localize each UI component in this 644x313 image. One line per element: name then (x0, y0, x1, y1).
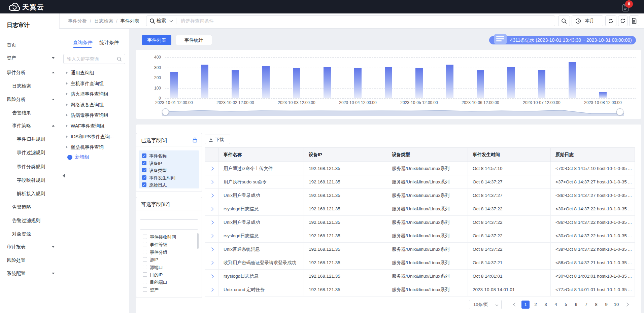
optional-field-row[interactable]: 事件分组 (140, 248, 200, 255)
sidebar-item[interactable]: 告警策略 (0, 204, 59, 210)
query-group-item[interactable]: 通用查询组 (59, 68, 129, 78)
checkbox-unchecked[interactable] (143, 235, 147, 239)
sidebar-item[interactable]: 事件策略 (0, 122, 59, 129)
add-group-button[interactable]: +新增组 (67, 154, 89, 161)
time-range-button[interactable]: 本月 (572, 15, 603, 26)
breadcrumb-item[interactable]: 日志检索 (94, 18, 113, 24)
table-row[interactable]: 用户通过rz命令上传文件192.168.121.35服务器/Unix&linux… (205, 162, 635, 175)
sidebar-item[interactable]: 系统配置 (0, 270, 59, 277)
expand-row-icon[interactable] (210, 261, 213, 265)
table-row[interactable]: 用户执行sudo su命令192.168.121.35服务器/Unix&linu… (205, 175, 635, 189)
page-number-button[interactable]: 10 (612, 301, 620, 309)
query-group-item[interactable]: WAF事件查询组 (59, 121, 129, 131)
optional-field-row[interactable]: 事件等级 (140, 241, 200, 248)
query-group-item[interactable]: 防火墙事件查询组 (59, 89, 129, 99)
checkbox-unchecked[interactable] (143, 280, 147, 284)
table-row[interactable]: rsyslogd日志信息192.168.121.35服务器/Unix&linux… (205, 202, 635, 216)
keyword-search-input[interactable]: 输入关键字查询 (63, 54, 125, 64)
optional-field-row[interactable]: 源端口 (140, 264, 200, 271)
query-group-item[interactable]: IDS和IPS事件查询... (59, 132, 129, 142)
expand-row-icon[interactable] (210, 220, 213, 224)
page-number-button[interactable]: 8 (592, 301, 600, 309)
sidebar-item[interactable]: 事件分类规则 (0, 163, 59, 170)
event-list-button[interactable]: 事件列表 (142, 35, 171, 45)
table-row[interactable]: rsyslogd日志信息192.168.121.35服务器/Unix&linux… (205, 229, 635, 243)
expand-row-icon[interactable] (210, 167, 213, 170)
query-group-item[interactable]: 网络设备查询组 (59, 100, 129, 110)
table-row[interactable]: Unix普通系统消息192.168.121.35服务器/Unix&linux/L… (205, 243, 635, 256)
checkbox-checked[interactable] (142, 182, 146, 187)
breadcrumb-item[interactable]: 事件分析 (68, 18, 87, 24)
checkbox-checked[interactable] (142, 168, 146, 172)
notification-button[interactable]: 0 (621, 3, 631, 13)
page-number-button[interactable]: 6 (572, 301, 580, 309)
selected-field-row[interactable]: 设备类型 (139, 167, 199, 174)
checkbox-checked[interactable] (142, 153, 146, 158)
sidebar-item[interactable]: 日志检索 (0, 82, 59, 89)
lock-icon[interactable] (193, 137, 197, 143)
page-size-select[interactable]: 10条/页 (469, 300, 502, 309)
query-search-bar[interactable]: 检索 请选择查询条件 (146, 15, 555, 26)
expand-row-icon[interactable] (210, 274, 213, 278)
next-page-button[interactable] (625, 303, 629, 306)
table-row[interactable]: 收到用户密码验证登录请求登录成功192.168.121.35服务器/Unix&l… (205, 256, 635, 270)
checkbox-unchecked[interactable] (143, 242, 147, 246)
search-button[interactable] (558, 15, 570, 26)
download-button[interactable]: 下载 (205, 135, 230, 144)
prev-page-button[interactable] (513, 303, 517, 306)
expand-row-icon[interactable] (210, 247, 213, 251)
query-group-item[interactable]: 堡垒机事件查询 (59, 142, 129, 152)
page-number-button[interactable]: 5 (562, 301, 570, 309)
optional-field-row[interactable]: 源IP (140, 256, 200, 263)
selected-field-row[interactable]: 原始日志 (139, 181, 199, 188)
checkbox-unchecked[interactable] (143, 257, 147, 262)
query-group-item[interactable]: 主机事件查询组 (59, 78, 129, 89)
selected-field-row[interactable]: 事件名称 (139, 152, 199, 159)
expand-row-icon[interactable] (210, 207, 213, 211)
sidebar-item[interactable]: 事件归并规则 (0, 136, 59, 142)
table-row[interactable]: rsyslogd日志信息192.168.121.35服务器/Unix&linux… (205, 270, 635, 283)
zoom-handle-left[interactable] (162, 108, 169, 115)
zoom-handle-right[interactable] (616, 108, 623, 115)
refresh-button[interactable] (605, 15, 616, 26)
sidebar-item[interactable]: 字段映射规则 (0, 177, 59, 183)
page-number-button[interactable]: 3 (542, 301, 550, 309)
checkbox-unchecked[interactable] (143, 272, 147, 277)
table-row[interactable]: Unix crond 定时任务192.168.121.35服务器/Unix&li… (205, 283, 635, 297)
checkbox-checked[interactable] (142, 175, 146, 180)
selected-field-row[interactable]: 事件发生时间 (139, 174, 199, 181)
table-row[interactable]: Unix用户登录成功192.168.121.35服务器/Unix&linux/L… (205, 189, 635, 202)
collapse-panel-handle[interactable] (63, 174, 65, 178)
tab-statistics-conditions[interactable]: 统计条件 (99, 39, 119, 46)
scrollbar-thumb[interactable] (197, 233, 199, 249)
sidebar-item[interactable]: 首页 (0, 41, 59, 48)
optional-field-row[interactable]: 事件接收时间 (140, 233, 200, 240)
search-mode-label[interactable]: 检索 (157, 18, 166, 24)
sidebar-item[interactable]: 告警过滤规则 (0, 217, 59, 224)
selected-field-row[interactable]: 设备IP (139, 160, 199, 167)
sidebar-item[interactable]: 风险处置 (0, 257, 59, 264)
page-number-button[interactable]: 4 (552, 301, 560, 309)
optional-field-row[interactable]: 目的IP (140, 271, 200, 278)
page-number-button[interactable]: 2 (532, 301, 540, 309)
sidebar-item[interactable]: 资产 (0, 55, 59, 61)
reload-button[interactable] (618, 15, 628, 26)
checkbox-checked[interactable] (142, 161, 146, 165)
sidebar-item[interactable]: 审计报表 (0, 243, 59, 250)
expand-row-icon[interactable] (210, 288, 213, 291)
sidebar-item[interactable]: 风险分析 (0, 96, 59, 103)
tab-query-conditions[interactable]: 查询条件 (73, 39, 93, 46)
sidebar-item[interactable]: 事件过滤规则 (0, 149, 59, 156)
page-number-button[interactable]: 9 (602, 301, 610, 309)
optional-field-row[interactable]: 资产 (140, 286, 200, 293)
expand-row-icon[interactable] (210, 194, 213, 197)
query-group-item[interactable]: 防病毒事件查询组 (59, 110, 129, 120)
checkbox-unchecked[interactable] (143, 287, 147, 292)
expand-row-icon[interactable] (210, 180, 213, 184)
chart-zoom-slider[interactable] (162, 108, 624, 116)
optional-field-row[interactable]: 目的端口 (140, 278, 200, 285)
sidebar-item[interactable]: 解析接入规则 (0, 190, 59, 197)
checkbox-unchecked[interactable] (143, 250, 147, 254)
sidebar-item[interactable]: 事件分析 (0, 69, 59, 76)
expand-row-icon[interactable] (210, 234, 213, 238)
